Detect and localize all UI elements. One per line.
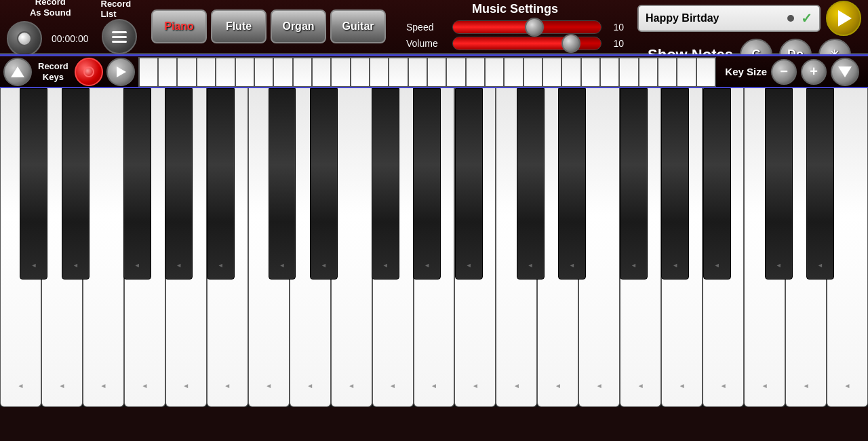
mini-key-10[interactable] [312,58,331,87]
mini-key-20[interactable] [504,58,523,87]
record-list-button[interactable] [102,19,137,54]
black-key-12[interactable] [558,88,586,280]
scroll-right-button[interactable] [831,58,859,86]
music-control-row: Happy Birtday ✓ [637,1,861,36]
mini-key-29[interactable] [677,58,696,87]
black-key-16[interactable] [765,88,793,280]
record-as-sound-button[interactable] [7,21,42,56]
mini-key-16[interactable] [427,58,446,87]
volume-label: Volume [406,38,447,49]
black-key-2[interactable] [62,88,90,280]
mini-key-19[interactable] [485,58,504,87]
flute-button[interactable]: Flute [211,9,267,43]
key-size-label: Key Size [725,66,767,77]
record-list-label: Record List [101,0,138,19]
mini-key-7[interactable] [254,58,273,87]
triangle-down-icon [838,66,852,77]
record-keys-button[interactable] [75,58,103,86]
music-settings-section: Music Settings Speed 10 Volume 10 [399,2,631,52]
instrument-buttons: Piano Flute Organ Guitar [151,9,386,43]
keyboard-controls-row: RecordKeys [0,54,868,88]
black-key-14[interactable] [661,88,689,280]
mini-key-2[interactable] [158,58,177,87]
black-key-11[interactable] [517,88,545,280]
triangle-up-icon [11,66,24,77]
mini-key-5[interactable] [216,58,235,87]
black-key-9[interactable] [413,88,441,280]
black-key-4[interactable] [165,88,193,280]
record-as-sound-label: RecordAs Sound [30,0,71,18]
black-key-3[interactable] [123,88,151,280]
mini-key-18[interactable] [466,58,485,87]
music-settings-title: Music Settings [472,2,558,16]
mini-key-30[interactable] [696,58,715,87]
mini-key-26[interactable] [619,58,638,87]
mini-key-9[interactable] [293,58,312,87]
mini-key-28[interactable] [658,58,677,87]
volume-value: 10 [607,38,624,49]
mini-key-8[interactable] [273,58,292,87]
record-timestamp: 00:00:00 [52,33,89,44]
speed-slider[interactable] [452,20,601,34]
black-key-5[interactable] [207,88,235,280]
volume-thumb[interactable] [561,34,580,53]
record-list-section: Record List [101,0,138,54]
list-icon [112,31,127,43]
mini-key-3[interactable] [177,58,196,87]
song-selector[interactable]: Happy Birtday ✓ [637,5,821,32]
black-key-13[interactable] [620,88,648,280]
key-size-increase-button[interactable]: + [801,59,827,85]
mini-key-6[interactable] [235,58,254,87]
mini-keyboard [138,57,717,87]
key-size-decrease-button[interactable]: − [771,59,797,85]
speed-thumb[interactable] [525,18,544,37]
guitar-button[interactable]: Guitar [330,9,386,43]
black-key-1[interactable] [20,88,47,280]
top-bar: RecordAs Sound 00:00:00 Record List Pian… [0,0,868,54]
song-name: Happy Birtday [646,12,719,24]
key-size-section: Key Size − + [719,58,865,86]
mini-key-11[interactable] [331,58,350,87]
record-as-sound-section: RecordAs Sound 00:00:00 [7,0,94,56]
mini-key-14[interactable] [389,58,408,87]
play-keys-button[interactable] [106,58,135,86]
mini-key-4[interactable] [197,58,216,87]
volume-slider[interactable] [452,37,601,50]
mini-key-12[interactable] [351,58,370,87]
record-dot-icon [83,66,94,77]
piano-keyboard [0,88,868,407]
black-key-6[interactable] [269,88,296,280]
scroll-up-button[interactable] [3,58,32,86]
black-key-7[interactable] [310,88,338,280]
record-inner-circle [17,31,32,46]
dropdown-arrow-icon: ✓ [801,10,812,26]
mini-key-25[interactable] [600,58,619,87]
black-key-15[interactable] [703,88,731,280]
black-key-8[interactable] [372,88,399,280]
piano-button[interactable]: Piano [151,9,207,43]
speed-label: Speed [406,22,447,33]
play-triangle-icon [838,10,852,26]
black-key-17[interactable] [806,88,834,280]
play-small-icon [117,66,126,77]
speed-value: 10 [607,22,624,33]
mini-key-15[interactable] [408,58,427,87]
mini-key-23[interactable] [561,58,580,87]
organ-button[interactable]: Organ [271,9,326,43]
record-keys-label: RecordKeys [38,61,68,82]
mini-key-1[interactable] [139,58,158,87]
mini-key-27[interactable] [639,58,658,87]
mini-key-17[interactable] [446,58,465,87]
mini-key-13[interactable] [370,58,389,87]
speed-slider-row: Speed 10 [406,20,624,34]
keyboard-wrapper: RecordKeys [0,54,868,407]
mini-key-22[interactable] [542,58,561,87]
play-button[interactable] [826,1,861,36]
mini-key-24[interactable] [581,58,600,87]
black-key-10[interactable] [455,88,483,280]
mini-key-21[interactable] [524,58,542,87]
volume-slider-row: Volume 10 [406,37,624,50]
song-dot [787,15,794,22]
